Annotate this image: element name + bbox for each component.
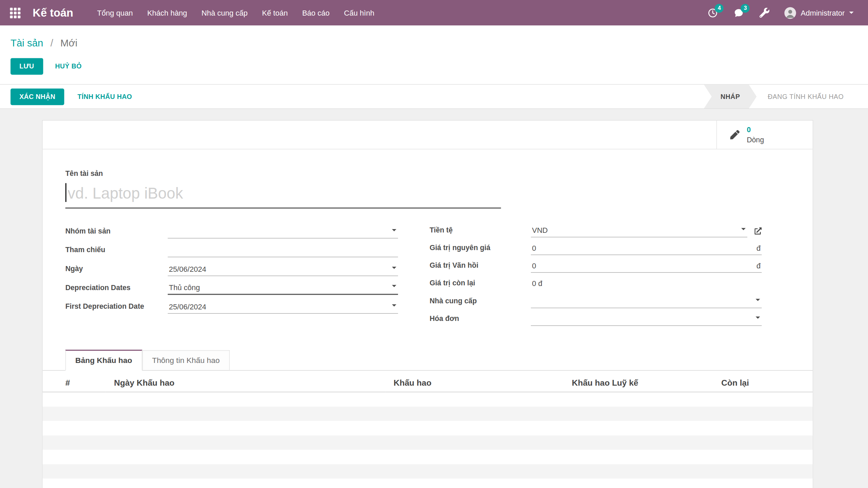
field-row-first-depreciation-date: First Depreciation Date 25/06/2024 bbox=[65, 295, 398, 314]
stat-button-text: 0 Dòng bbox=[747, 125, 764, 144]
compute-depreciation-button[interactable]: TÍNH KHẤU HAO bbox=[70, 89, 140, 104]
chevron-down-icon bbox=[392, 229, 396, 233]
main-menu: Tổng quan Khách hàng Nhà cung cấp Kế toá… bbox=[90, 1, 381, 24]
save-button[interactable]: LƯU bbox=[11, 58, 43, 75]
residual-value-readonly: 0 đ bbox=[531, 278, 762, 290]
invoice-select[interactable] bbox=[531, 314, 762, 326]
chevron-down-icon bbox=[392, 304, 396, 309]
navbar-systray: 4 3 Administrator bbox=[702, 3, 859, 22]
currency-select[interactable]: VND bbox=[531, 225, 747, 237]
lines-count: 0 bbox=[747, 125, 764, 135]
top-navbar: Kế toán Tổng quan Khách hàng Nhà cung cấ… bbox=[0, 0, 868, 25]
field-row-gross-value: Giá trị nguyên giá 0 đ bbox=[430, 237, 762, 255]
chevron-down-icon bbox=[392, 285, 396, 289]
depreciation-dates-label: Depreciation Dates bbox=[65, 283, 168, 295]
gross-value-label: Giá trị nguyên giá bbox=[430, 243, 531, 255]
date-label: Ngày bbox=[65, 264, 168, 276]
depreciation-dates-select[interactable]: Thủ công bbox=[168, 282, 398, 295]
activities-button[interactable]: 4 bbox=[702, 3, 724, 22]
currency-label: Tiền tệ bbox=[430, 226, 531, 237]
lines-label: Dòng bbox=[747, 135, 764, 145]
notebook-tabs: Bảng Khấu hao Thông tin Khấu hao bbox=[43, 350, 813, 371]
salvage-value-input[interactable]: 0 đ bbox=[531, 261, 762, 273]
first-depreciation-date-select[interactable]: 25/06/2024 bbox=[168, 302, 398, 314]
chevron-down-icon bbox=[849, 12, 853, 16]
status-step-draft[interactable]: NHÁP bbox=[704, 85, 756, 108]
invoice-label: Hóa đơn bbox=[430, 314, 531, 326]
column-header-residual[interactable]: Còn lại bbox=[713, 375, 813, 392]
chevron-down-icon bbox=[392, 267, 396, 271]
date-select[interactable]: 25/06/2024 bbox=[168, 264, 398, 276]
button-box: 0 Dòng bbox=[43, 121, 813, 149]
control-panel-buttons: LƯU HUỶ BỎ bbox=[11, 58, 857, 75]
odoo-window: Kế toán Tổng quan Khách hàng Nhà cung cấ… bbox=[0, 0, 868, 488]
field-row-date: Ngày 25/06/2024 bbox=[65, 257, 398, 276]
currency-value: VND bbox=[532, 226, 548, 235]
asset-name-label: Tên tài sản bbox=[65, 169, 790, 178]
currency-symbol: đ bbox=[756, 244, 761, 252]
menu-item-vendors[interactable]: Nhà cung cấp bbox=[194, 1, 255, 24]
app-title: Kế toán bbox=[33, 6, 73, 19]
depreciation-lines-stat-button[interactable]: 0 Dòng bbox=[716, 121, 813, 149]
vendor-select[interactable] bbox=[531, 296, 762, 308]
column-header-index[interactable]: # bbox=[43, 375, 106, 392]
menu-item-accounting[interactable]: Kế toán bbox=[255, 1, 295, 24]
column-header-depreciation-date[interactable]: Ngày Khấu hao bbox=[106, 375, 385, 392]
gross-value-input[interactable]: 0 đ bbox=[531, 243, 762, 255]
confirm-button[interactable]: XÁC NHẬN bbox=[11, 88, 64, 105]
messages-button[interactable]: 3 bbox=[728, 3, 750, 22]
avatar bbox=[785, 7, 796, 18]
depreciation-table: # Ngày Khấu hao Khấu hao Khấu hao Luỹ kế… bbox=[43, 375, 813, 392]
depreciation-dates-value: Thủ công bbox=[169, 283, 200, 291]
chevron-down-icon bbox=[756, 299, 760, 303]
empty-table-rows bbox=[43, 392, 813, 488]
external-link-icon[interactable] bbox=[754, 227, 762, 235]
reference-label: Tham chiếu bbox=[65, 246, 168, 257]
text-cursor bbox=[65, 183, 66, 202]
status-step-running[interactable]: ĐANG TÍNH KHẤU HAO bbox=[757, 85, 855, 108]
statusbar: XÁC NHẬN TÍNH KHẤU HAO NHÁP ĐANG TÍNH KH… bbox=[0, 84, 868, 109]
asset-group-label: Nhóm tài sản bbox=[65, 227, 168, 238]
user-menu[interactable]: Administrator bbox=[779, 4, 859, 22]
field-row-depreciation-dates: Depreciation Dates Thủ công bbox=[65, 276, 398, 295]
table-header-row: # Ngày Khấu hao Khấu hao Khấu hao Luỹ kế… bbox=[43, 375, 813, 392]
discard-button[interactable]: HUỶ BỎ bbox=[47, 59, 90, 74]
field-row-residual-value: Giá trị còn lại 0 đ bbox=[430, 273, 762, 290]
residual-value-label: Giá trị còn lại bbox=[430, 279, 531, 290]
statusbar-buttons: XÁC NHẬN TÍNH KHẤU HAO bbox=[11, 88, 140, 105]
field-row-asset-group: Nhóm tài sản bbox=[65, 220, 398, 239]
chevron-down-icon bbox=[756, 317, 760, 321]
field-row-invoice: Hóa đơn bbox=[430, 308, 762, 326]
menu-item-customers[interactable]: Khách hàng bbox=[140, 1, 194, 24]
activity-count-badge: 4 bbox=[715, 4, 724, 13]
breadcrumb-assets-link[interactable]: Tài sản bbox=[11, 38, 43, 49]
user-name: Administrator bbox=[801, 8, 845, 17]
control-panel: Tài sản / Mới LƯU HUỶ BỎ bbox=[0, 25, 868, 84]
tab-depreciation-board[interactable]: Bảng Khấu hao bbox=[65, 350, 142, 371]
asset-name-wrap bbox=[65, 178, 501, 208]
salvage-value-label: Giá trị Vãn hồi bbox=[430, 261, 531, 273]
field-row-vendor: Nhà cung cấp bbox=[430, 290, 762, 308]
pencil-icon bbox=[730, 130, 739, 140]
support-tools-button[interactable] bbox=[754, 3, 776, 22]
menu-item-overview[interactable]: Tổng quan bbox=[90, 1, 140, 24]
menu-item-settings[interactable]: Cấu hình bbox=[337, 1, 381, 24]
message-count-badge: 3 bbox=[741, 4, 750, 13]
reference-input[interactable] bbox=[168, 245, 398, 257]
column-header-depreciation[interactable]: Khấu hao bbox=[385, 375, 564, 392]
menu-item-reports[interactable]: Báo cáo bbox=[295, 1, 337, 24]
first-depreciation-date-value: 25/06/2024 bbox=[169, 303, 206, 311]
asset-name-input[interactable] bbox=[65, 178, 501, 208]
apps-grid-icon[interactable] bbox=[10, 7, 20, 18]
gross-value-amount: 0 bbox=[532, 244, 536, 252]
field-row-salvage-value: Giá trị Vãn hồi 0 đ bbox=[430, 255, 762, 273]
tab-depreciation-info[interactable]: Thông tin Khấu hao bbox=[142, 350, 230, 370]
left-field-group: Nhóm tài sản Tham chiếu bbox=[65, 220, 398, 326]
form-sheet: 0 Dòng Tên tài sản Nhóm tài sản bbox=[42, 120, 813, 488]
form-fields: Tên tài sản Nhóm tài sản bbox=[43, 149, 813, 326]
right-field-group: Tiền tệ VND Giá trị nguyên giá bbox=[430, 220, 762, 326]
column-header-cumulative-depreciation[interactable]: Khấu hao Luỹ kế bbox=[564, 375, 713, 392]
asset-group-select[interactable] bbox=[168, 226, 398, 239]
currency-symbol: đ bbox=[756, 262, 761, 270]
breadcrumb-current: Mới bbox=[60, 38, 77, 49]
